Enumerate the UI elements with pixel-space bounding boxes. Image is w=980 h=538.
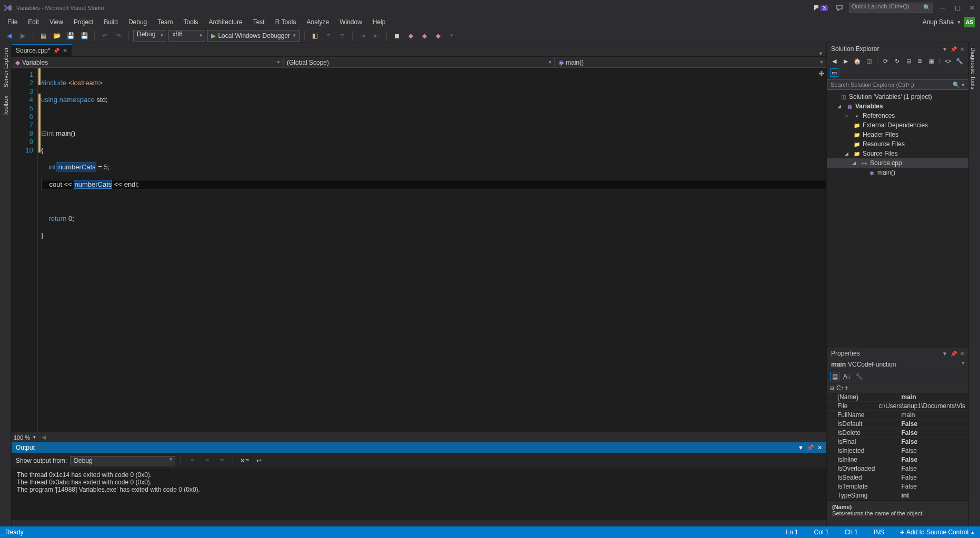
save-button[interactable]: 💾 xyxy=(65,30,76,42)
platform-selector[interactable]: x86▼ xyxy=(168,30,205,42)
props-row[interactable]: FullNamemain xyxy=(827,411,968,420)
server-explorer-tab[interactable]: Server Explorer xyxy=(2,43,10,92)
se-back-icon[interactable]: ◀ xyxy=(830,57,838,65)
props-row[interactable]: IsDefaultFalse xyxy=(827,420,968,429)
output-source-selector[interactable]: Debug▼ xyxy=(70,456,175,465)
external-deps-node[interactable]: 📁External Dependencies xyxy=(827,120,968,130)
se-sync-icon[interactable]: ⟳ xyxy=(881,57,889,65)
toolbox-tab[interactable]: Toolbox xyxy=(2,92,10,120)
props-row[interactable]: IsInjectedFalse xyxy=(827,446,968,455)
toolbar-btn-e[interactable]: ⇤ xyxy=(371,30,382,42)
props-pages-icon[interactable]: 🔧 xyxy=(854,372,864,381)
toolbar-btn-i[interactable]: ◆ xyxy=(432,30,444,42)
se-properties-icon[interactable]: 🔧 xyxy=(955,57,964,65)
output-btn-b[interactable]: ≡ xyxy=(201,455,213,466)
menu-edit[interactable]: Edit xyxy=(23,17,44,27)
status-ins[interactable]: INS xyxy=(874,529,884,536)
output-title-bar[interactable]: Output ▼ 📌 ✕ xyxy=(12,442,826,453)
toolbar-btn-c[interactable]: ≡ xyxy=(336,30,348,42)
menu-build[interactable]: Build xyxy=(98,17,123,27)
save-all-button[interactable]: 💾 xyxy=(78,30,90,42)
panel-dropdown-icon[interactable]: ▼ xyxy=(942,351,947,357)
quick-launch-input[interactable]: Quick Launch (Ctrl+Q) 🔍 xyxy=(849,3,933,13)
menu-rtools[interactable]: R Tools xyxy=(270,17,302,27)
properties-header[interactable]: Properties ▼📌✕ xyxy=(827,348,968,359)
close-icon[interactable]: ✕ xyxy=(960,351,964,357)
pin-icon[interactable]: 📌 xyxy=(951,351,957,357)
word-wrap-button[interactable]: ↩ xyxy=(253,455,265,466)
menu-project[interactable]: Project xyxy=(68,17,98,27)
se-showall-icon[interactable]: ▦ xyxy=(927,57,936,65)
scope-project[interactable]: ◆Variables▼ xyxy=(12,57,283,68)
notification-flag[interactable]: 3 xyxy=(811,4,830,12)
clear-output-button[interactable]: ✕≡ xyxy=(238,455,250,466)
close-icon[interactable]: ✕ xyxy=(960,46,964,52)
props-row[interactable]: IsTemplateFalse xyxy=(827,482,968,491)
config-selector[interactable]: Debug▼ xyxy=(133,30,166,42)
props-row[interactable]: IsFinalFalse xyxy=(827,438,968,446)
status-col[interactable]: Col 1 xyxy=(814,529,829,536)
props-row[interactable]: Filec:\Users\anup1\Documents\Vis xyxy=(827,402,968,411)
props-row[interactable]: IsSealedFalse xyxy=(827,473,968,482)
toolbar-btn-h[interactable]: ◆ xyxy=(418,30,430,42)
toolbar-btn-g[interactable]: ◆ xyxy=(405,30,416,42)
se-scope-icon[interactable]: ◫ xyxy=(865,57,873,65)
nav-fwd-button[interactable]: ▶ xyxy=(17,30,28,42)
se-refresh-icon[interactable]: ↻ xyxy=(893,57,901,65)
scope-namespace[interactable]: (Global Scope)▼ xyxy=(283,57,555,68)
menu-window[interactable]: Window xyxy=(334,17,367,27)
code-editor[interactable]: ✚ 12345678910 #include <iostream> using … xyxy=(12,68,826,432)
se-home-icon[interactable]: 🏠 xyxy=(853,57,862,65)
props-row[interactable]: (Name)main xyxy=(827,393,968,402)
diagnostic-tools-tab[interactable]: Diagnostic Tools xyxy=(969,43,977,94)
resource-files-node[interactable]: 📁Resource Files xyxy=(827,139,968,149)
menu-view[interactable]: View xyxy=(44,17,68,27)
se-search-input[interactable]: Search Solution Explorer (Ctrl+;) 🔍 ▾ xyxy=(827,79,968,90)
toolbar-customize[interactable]: ▼ xyxy=(446,30,457,42)
solution-tree[interactable]: ◫Solution 'Variables' (1 project) ◢▦Vari… xyxy=(827,90,968,348)
references-node[interactable]: ▷▪References xyxy=(827,111,968,120)
close-tab-icon[interactable]: ✕ xyxy=(63,47,67,54)
output-hscroll[interactable] xyxy=(12,519,826,526)
se-fwd-icon[interactable]: ▶ xyxy=(842,57,850,65)
se-code-icon[interactable]: <> xyxy=(944,57,952,65)
zoom-level[interactable]: 100 % xyxy=(14,434,30,441)
minimize-button[interactable]: ─ xyxy=(937,3,948,13)
output-text[interactable]: The thread 0x1c14 has exited with code 0… xyxy=(12,469,826,519)
function-node[interactable]: ◉main() xyxy=(827,168,968,177)
solution-node[interactable]: ◫Solution 'Variables' (1 project) xyxy=(827,92,968,101)
toolbar-btn-d[interactable]: ⇥ xyxy=(357,30,368,42)
feedback-icon[interactable] xyxy=(834,3,845,13)
nav-back-button[interactable]: ◀ xyxy=(3,30,15,42)
chevron-down-icon[interactable]: ▼ xyxy=(32,435,36,440)
properties-grid[interactable]: ⊟C++ (Name)mainFilec:\Users\anup1\Docume… xyxy=(827,383,968,500)
menu-analyze[interactable]: Analyze xyxy=(301,17,334,27)
pin-icon[interactable]: 📌 xyxy=(53,48,59,54)
scope-function[interactable]: ◉main()▼ xyxy=(555,57,826,68)
solution-explorer-header[interactable]: Solution Explorer ▼📌✕ xyxy=(827,43,968,55)
toolbar-btn-a[interactable]: ◧ xyxy=(309,30,321,42)
user-menu[interactable]: Anup Saha▼ AS xyxy=(919,17,978,27)
project-node[interactable]: ◢▦Variables xyxy=(827,101,968,111)
se-collapse-icon[interactable]: ⊟ xyxy=(904,57,913,65)
toolbar-btn-b[interactable]: ≡ xyxy=(323,30,334,42)
source-files-node[interactable]: ◢📁Source Files xyxy=(827,149,968,158)
menu-team[interactable]: Team xyxy=(152,17,178,27)
pin-icon[interactable]: 📌 xyxy=(807,444,814,451)
tabs-dropdown[interactable]: ▼ xyxy=(818,51,823,56)
props-category[interactable]: ⊟C++ xyxy=(827,383,968,393)
redo-button[interactable]: ↷ xyxy=(113,30,124,42)
menu-help[interactable]: Help xyxy=(367,17,391,27)
se-copy-icon[interactable]: ⧉ xyxy=(916,57,924,65)
header-files-node[interactable]: 📁Header Files xyxy=(827,130,968,139)
categorized-icon[interactable]: ▤ xyxy=(830,372,839,381)
properties-object-selector[interactable]: mainVCCodeFunction▼ xyxy=(827,359,968,370)
props-row[interactable]: IsInlineFalse xyxy=(827,455,968,464)
menu-architecture[interactable]: Architecture xyxy=(204,17,248,27)
status-char[interactable]: Ch 1 xyxy=(845,529,858,536)
panel-dropdown-icon[interactable]: ▼ xyxy=(798,444,804,451)
new-project-button[interactable]: ▦ xyxy=(37,30,49,42)
close-panel-icon[interactable]: ✕ xyxy=(817,444,822,451)
hscroll-left[interactable]: ◀ xyxy=(42,434,46,441)
doc-tab-source[interactable]: Source.cpp* 📌 ✕ xyxy=(12,44,72,56)
